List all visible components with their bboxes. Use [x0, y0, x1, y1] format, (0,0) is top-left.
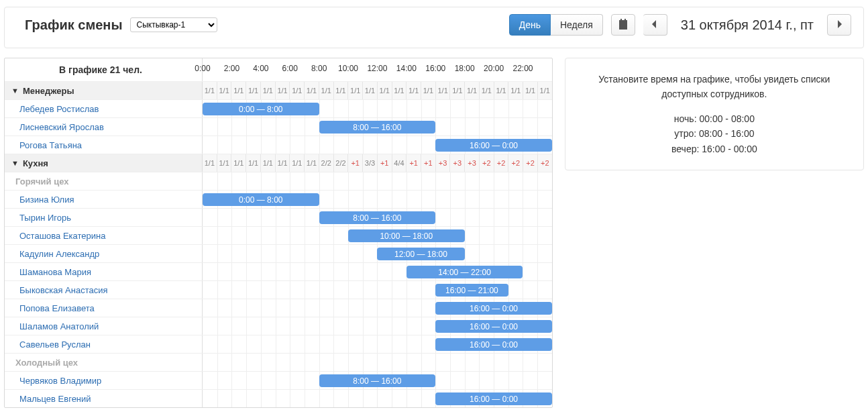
side-panel: Установите время на графике, чтобы увиде…: [565, 58, 864, 170]
chevron-right-icon: [834, 19, 845, 32]
employee-link[interactable]: Лисневский Ярослав: [19, 122, 104, 132]
employee-link[interactable]: Тырин Игорь: [19, 213, 71, 223]
ratio-cell: 3/3: [362, 154, 377, 172]
group-row[interactable]: ▼Кухня1/11/11/11/11/11/11/11/12/22/2+13/…: [5, 154, 552, 172]
employee-grid[interactable]: 0:00 — 8:00: [203, 191, 552, 208]
shift-bar[interactable]: 16:00 — 0:00: [435, 392, 552, 405]
ratio-cell: 2/2: [333, 154, 348, 172]
employee-link[interactable]: Червяков Владимир: [19, 376, 101, 386]
view-day-button[interactable]: День: [509, 14, 551, 36]
employee-row: Рогова Татьяна16:00 — 0:00: [5, 136, 552, 154]
page-title: График смены: [25, 17, 122, 33]
employee-grid[interactable]: 8:00 — 16:00: [203, 118, 552, 136]
subgroup-row: Горячий цех: [5, 172, 552, 190]
employee-grid[interactable]: 8:00 — 16:00: [203, 372, 552, 389]
shift-bar[interactable]: 0:00 — 8:00: [203, 103, 319, 115]
ratio-cell: +2: [494, 154, 508, 172]
subgroup-name: Холодный цех: [5, 354, 203, 371]
shift-bar[interactable]: 8:00 — 16:00: [319, 121, 436, 134]
ratio-cell: 1/1: [523, 82, 537, 99]
ratio-cell: 1/1: [203, 82, 217, 99]
employee-grid[interactable]: 14:00 — 22:00: [203, 263, 552, 280]
employee-link[interactable]: Савельев Руслан: [19, 339, 91, 350]
shift-bar[interactable]: 0:00 — 8:00: [203, 193, 319, 206]
date-display: 31 октября 2014 г., пт: [675, 17, 819, 33]
ratio-cell: 1/1: [260, 154, 275, 172]
shift-bar[interactable]: 16:00 — 0:00: [435, 302, 552, 315]
ratio-cell: 1/1: [217, 154, 231, 172]
next-date-button[interactable]: [827, 14, 851, 36]
shift-bar[interactable]: 16:00 — 0:00: [435, 139, 552, 152]
ratio-cell: 1/1: [333, 82, 348, 99]
employee-grid[interactable]: 16:00 — 0:00: [203, 335, 552, 353]
employee-link[interactable]: Бизина Юлия: [19, 195, 74, 205]
ratio-cell: 2/2: [319, 154, 333, 172]
location-select[interactable]: Сыктывкар-1: [130, 17, 217, 32]
caret-down-icon: ▼: [11, 87, 19, 95]
shift-bar[interactable]: 16:00 — 21:00: [435, 284, 508, 297]
employee-row: Бизина Юлия0:00 — 8:00: [5, 190, 552, 208]
hours-grid: 0:002:004:006:008:0010:0012:0014:0016:00…: [203, 58, 552, 81]
ratio-cell: 1/1: [464, 82, 479, 99]
prev-date-button[interactable]: [643, 14, 667, 36]
shift-bar[interactable]: 16:00 — 0:00: [435, 338, 552, 351]
ratio-cell: +1: [377, 154, 392, 172]
employee-link[interactable]: Осташова Екатерина: [19, 231, 105, 241]
subgroup-row: Холодный цех: [5, 353, 552, 371]
employee-grid[interactable]: 16:00 — 0:00: [203, 299, 552, 317]
employee-link[interactable]: Шаламов Анатолий: [19, 321, 99, 331]
ratio-cell: 1/1: [435, 82, 450, 99]
employee-grid[interactable]: 12:00 — 18:00: [203, 245, 552, 262]
chevron-left-icon: [649, 19, 660, 32]
ratio-cell: 1/1: [246, 154, 260, 172]
employee-row: Кадулин Александр12:00 — 18:00: [5, 244, 552, 262]
employee-link[interactable]: Лебедев Ростислав: [19, 104, 99, 114]
ratio-cell: 1/1: [449, 82, 464, 99]
shift-bar[interactable]: 14:00 — 22:00: [406, 266, 523, 278]
ratio-cell: +3: [464, 154, 479, 172]
ratio-cell: +1: [421, 154, 435, 172]
hour-label: 0:00: [195, 64, 210, 73]
group-row[interactable]: ▼Менеджеры1/11/11/11/11/11/11/11/11/11/1…: [5, 81, 552, 99]
employee-link[interactable]: Быковская Анастасия: [19, 285, 107, 295]
shift-bar[interactable]: 8:00 — 16:00: [319, 211, 436, 224]
employee-link[interactable]: Попова Елизавета: [19, 303, 95, 313]
employee-link[interactable]: Мальцев Евгений: [19, 394, 91, 404]
ratio-cell: 1/1: [319, 82, 333, 99]
employee-link[interactable]: Кадулин Александр: [19, 249, 99, 259]
header: График смены Сыктывкар-1 День Неделя 31 …: [4, 7, 864, 48]
hours-header: В графике 21 чел.0:002:004:006:008:0010:…: [5, 58, 552, 81]
employee-grid[interactable]: 10:00 — 18:00: [203, 227, 552, 244]
employee-grid[interactable]: 8:00 — 16:00: [203, 209, 552, 226]
shift-bar[interactable]: 16:00 — 0:00: [435, 320, 552, 333]
side-help-text: Установите время на графике, чтобы увиде…: [575, 72, 854, 102]
shift-bar[interactable]: 12:00 — 18:00: [377, 248, 464, 260]
ratio-cell: +2: [508, 154, 523, 172]
hour-label: 22:00: [512, 64, 533, 73]
employee-grid[interactable]: 16:00 — 0:00: [203, 390, 552, 407]
shift-bar[interactable]: 8:00 — 16:00: [319, 374, 436, 387]
ratio-cell: 1/1: [289, 154, 304, 172]
ratio-cell: +3: [449, 154, 464, 172]
ratio-cell: 1/1: [260, 82, 275, 99]
employee-link[interactable]: Шаманова Мария: [19, 267, 91, 277]
ratio-cell: 4/4: [392, 154, 406, 172]
shift-morning: утро: 08:00 - 16:00: [575, 126, 854, 141]
employee-row: Лебедев Ростислав0:00 — 8:00: [5, 99, 552, 117]
ratio-cell: 1/1: [362, 82, 377, 99]
ratio-cell: 1/1: [289, 82, 304, 99]
employee-grid[interactable]: 0:00 — 8:00: [203, 100, 552, 117]
employee-row: Лисневский Ярослав8:00 — 16:00: [5, 117, 552, 136]
employee-grid[interactable]: 16:00 — 0:00: [203, 136, 552, 154]
employee-grid[interactable]: 16:00 — 21:00: [203, 281, 552, 299]
calendar-button[interactable]: [611, 14, 635, 36]
shift-bar[interactable]: 10:00 — 18:00: [348, 229, 465, 242]
ratio-cell: 1/1: [347, 82, 362, 99]
view-week-button[interactable]: Неделя: [551, 14, 603, 36]
employee-row: Тырин Игорь8:00 — 16:00: [5, 208, 552, 226]
ratio-cell: 1/1: [494, 82, 508, 99]
employee-row: Савельев Руслан16:00 — 0:00: [5, 335, 552, 353]
employee-link[interactable]: Рогова Татьяна: [19, 140, 82, 150]
shift-night: ночь: 00:00 - 08:00: [575, 111, 854, 126]
employee-grid[interactable]: 16:00 — 0:00: [203, 317, 552, 335]
